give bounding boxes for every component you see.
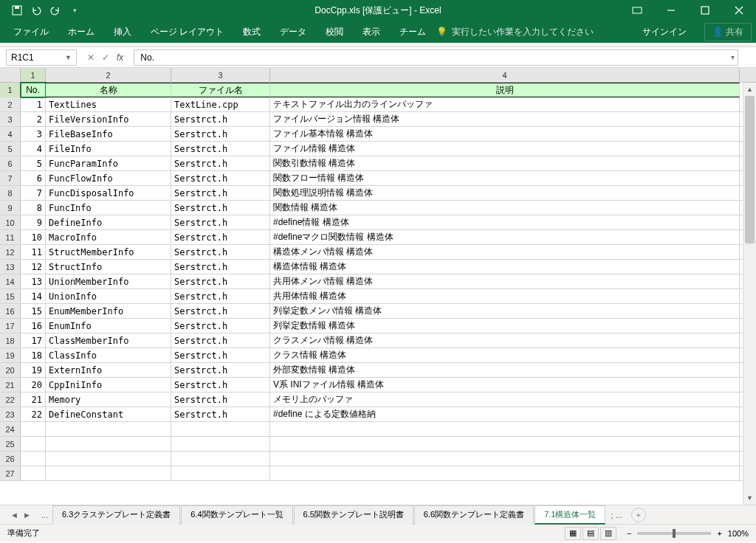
- cell[interactable]: [21, 422, 46, 436]
- col-header[interactable]: 1: [21, 68, 46, 82]
- qat-customize-icon[interactable]: ▾: [66, 2, 83, 18]
- row-header[interactable]: 15: [0, 289, 21, 303]
- cell[interactable]: [21, 466, 46, 480]
- sheet-more-left[interactable]: ...: [37, 511, 52, 519]
- name-box[interactable]: R1C1 ▼: [6, 49, 77, 66]
- tab-file[interactable]: ファイル: [4, 21, 58, 43]
- cell[interactable]: Memory: [46, 392, 171, 407]
- close-icon[interactable]: [722, 0, 756, 21]
- cell[interactable]: 関数フロー情報 構造体: [270, 171, 740, 185]
- row-header[interactable]: 5: [0, 142, 21, 156]
- vertical-scrollbar[interactable]: ▲ ▼: [743, 83, 756, 505]
- cell[interactable]: #define情報 構造体: [270, 215, 740, 229]
- cell[interactable]: [171, 422, 270, 436]
- cell[interactable]: クラス情報 構造体: [270, 348, 740, 362]
- signin-link[interactable]: サインイン: [633, 21, 695, 43]
- cell[interactable]: 11: [21, 245, 46, 259]
- cell[interactable]: 列挙定数メンバ情報 構造体: [270, 304, 740, 318]
- cell[interactable]: 17: [21, 333, 46, 347]
- cell[interactable]: 関数情報 構造体: [270, 201, 740, 215]
- cell[interactable]: 7: [21, 186, 46, 200]
- cell[interactable]: ファイル情報 構造体: [270, 142, 740, 156]
- maximize-icon[interactable]: [688, 0, 722, 21]
- row-header[interactable]: 22: [0, 392, 21, 407]
- zoom-out-button[interactable]: −: [627, 529, 631, 538]
- cell[interactable]: Serstrct.h: [171, 112, 270, 126]
- cell[interactable]: Serstrct.h: [171, 319, 270, 333]
- save-icon[interactable]: [9, 2, 25, 18]
- view-normal-icon[interactable]: ▦: [565, 527, 581, 540]
- cell[interactable]: 15: [21, 304, 46, 318]
- cell[interactable]: [46, 452, 171, 466]
- cell[interactable]: ExternInfo: [46, 363, 171, 377]
- cell[interactable]: 構造体メンバ情報 構造体: [270, 245, 740, 259]
- fx-icon[interactable]: fx: [117, 52, 123, 63]
- cell[interactable]: 9: [21, 215, 46, 229]
- formula-bar[interactable]: No. ▾: [134, 49, 738, 66]
- cell[interactable]: 21: [21, 392, 46, 407]
- row-header[interactable]: 27: [0, 466, 21, 480]
- minimize-icon[interactable]: [654, 0, 688, 21]
- view-pagebreak-icon[interactable]: ▥: [600, 527, 616, 540]
- cell[interactable]: [270, 422, 740, 436]
- cell[interactable]: ファイルバージョン情報 構造体: [270, 112, 740, 126]
- chevron-down-icon[interactable]: ▼: [65, 54, 72, 61]
- cell[interactable]: Serstrct.h: [171, 156, 270, 170]
- cell[interactable]: UnionInfo: [46, 289, 171, 303]
- cell[interactable]: [171, 466, 270, 480]
- row-header[interactable]: 26: [0, 452, 21, 466]
- cell[interactable]: Serstrct.h: [171, 142, 270, 156]
- row-header[interactable]: 4: [0, 127, 21, 141]
- cell[interactable]: Serstrct.h: [171, 230, 270, 244]
- sheet-tab[interactable]: 6.3クラステンプレート定義書: [52, 505, 180, 525]
- cell[interactable]: FileInfo: [46, 142, 171, 156]
- cell[interactable]: DefineConstant: [46, 407, 171, 421]
- cell[interactable]: 16: [21, 319, 46, 333]
- cell[interactable]: 2: [21, 112, 46, 126]
- row-header[interactable]: 24: [0, 422, 21, 436]
- row-header[interactable]: 23: [0, 407, 21, 421]
- cell[interactable]: EnumInfo: [46, 319, 171, 333]
- cell[interactable]: 5: [21, 156, 46, 170]
- undo-icon[interactable]: [28, 2, 44, 18]
- cancel-formula-icon[interactable]: ✕: [87, 52, 94, 63]
- cell[interactable]: テキストファイル出力のラインバッファ: [270, 97, 740, 111]
- view-pagelayout-icon[interactable]: ▤: [583, 527, 599, 540]
- cell[interactable]: 説明: [270, 83, 740, 97]
- row-header[interactable]: 19: [0, 348, 21, 362]
- row-header[interactable]: 10: [0, 215, 21, 229]
- row-header[interactable]: 12: [0, 245, 21, 259]
- cell[interactable]: Serstrct.h: [171, 215, 270, 229]
- tab-home[interactable]: ホーム: [59, 21, 103, 43]
- col-header[interactable]: 3: [171, 68, 270, 82]
- sheet-nav-prev-icon[interactable]: ◄: [10, 511, 18, 519]
- cell[interactable]: 22: [21, 407, 46, 421]
- cell[interactable]: Serstrct.h: [171, 127, 270, 141]
- cell[interactable]: StructInfo: [46, 260, 171, 274]
- tab-data[interactable]: データ: [271, 21, 315, 43]
- cell[interactable]: [21, 452, 46, 466]
- cell[interactable]: 14: [21, 289, 46, 303]
- cell[interactable]: 1: [21, 97, 46, 111]
- cell[interactable]: 8: [21, 201, 46, 215]
- col-header[interactable]: 4: [270, 68, 740, 82]
- cell[interactable]: V系 INIファイル情報 構造体: [270, 378, 740, 392]
- scroll-down-icon[interactable]: ▼: [743, 491, 756, 505]
- sheet-tab[interactable]: 7.1構造体一覧: [535, 505, 605, 525]
- cell[interactable]: MacroInfo: [46, 230, 171, 244]
- cell[interactable]: 10: [21, 230, 46, 244]
- tab-formulas[interactable]: 数式: [234, 21, 269, 43]
- cell[interactable]: 18: [21, 348, 46, 362]
- row-header[interactable]: 2: [0, 97, 21, 111]
- cell[interactable]: 12: [21, 260, 46, 274]
- zoom-slider[interactable]: [637, 532, 711, 535]
- cell[interactable]: Serstrct.h: [171, 333, 270, 347]
- cell[interactable]: No.: [21, 83, 46, 97]
- row-header[interactable]: 21: [0, 378, 21, 392]
- accept-formula-icon[interactable]: ✓: [102, 52, 109, 63]
- row-header[interactable]: 17: [0, 319, 21, 333]
- row-header[interactable]: 14: [0, 274, 21, 288]
- cell[interactable]: Serstrct.h: [171, 407, 270, 421]
- cell[interactable]: 19: [21, 363, 46, 377]
- tab-review[interactable]: 校閲: [317, 21, 352, 43]
